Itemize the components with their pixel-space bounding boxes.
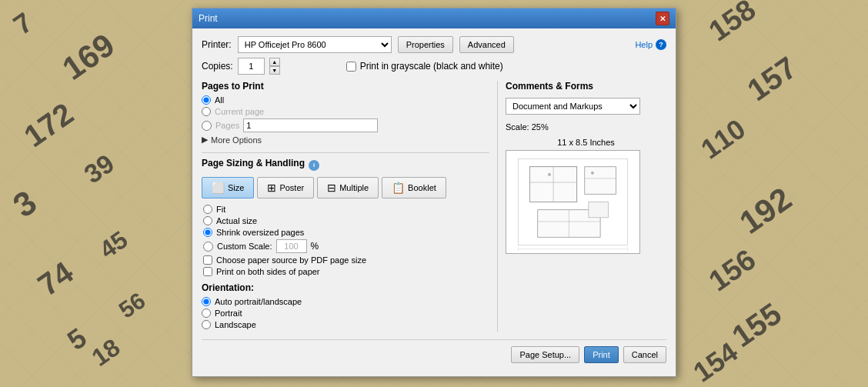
svg-point-12: [548, 173, 551, 176]
pages-current-label: Current page: [215, 107, 264, 116]
both-sides-row: Print on both sides of paper: [203, 267, 489, 276]
pages-current-row: Current page: [202, 107, 489, 116]
right-panel: Comments & Forms Document and MarkupsDoc…: [497, 81, 666, 332]
auto-orientation-radio[interactable]: [202, 297, 211, 306]
copies-up-button[interactable]: ▲: [269, 58, 280, 66]
size-options: Fit Actual size Shrink oversized pages: [203, 205, 489, 276]
svg-rect-6: [585, 167, 616, 195]
comments-forms-title: Comments & Forms: [506, 81, 666, 92]
auto-orientation-row: Auto portrait/landscape: [202, 297, 489, 306]
both-sides-checkbox[interactable]: [203, 267, 212, 276]
scale-label: Scale:: [506, 122, 532, 132]
scale-value: 25%: [532, 122, 549, 132]
shrink-label: Shrink oversized pages: [216, 228, 304, 237]
custom-scale-row: Custom Scale: %: [203, 239, 489, 253]
printer-label: Printer:: [202, 39, 232, 50]
paper-source-row: Choose paper source by PDF page size: [203, 255, 489, 265]
printer-row: Printer: HP Officejet Pro 8600 Propertie…: [202, 36, 666, 53]
pages-text-input[interactable]: [243, 118, 378, 132]
custom-scale-radio[interactable]: [203, 242, 213, 252]
orientation-section: Orientation: Auto portrait/landscape Por…: [202, 282, 489, 329]
printer-select[interactable]: HP Officejet Pro 8600: [238, 36, 392, 53]
advanced-button[interactable]: Advanced: [459, 36, 514, 53]
landscape-row: Landscape: [202, 320, 489, 329]
pages-custom-row: Pages: [202, 118, 489, 132]
copies-spinner: ▲ ▼: [269, 58, 280, 75]
pages-custom-radio[interactable]: [202, 121, 212, 131]
svg-rect-11: [589, 202, 608, 218]
scale-percent: %: [311, 241, 319, 252]
pages-all-row: All: [202, 95, 489, 105]
poster-tab-label: Poster: [279, 183, 304, 192]
page-setup-button[interactable]: Page Setup...: [511, 346, 579, 363]
size-tab-label: Size: [228, 183, 244, 192]
grayscale-checkbox[interactable]: [346, 62, 356, 72]
more-options[interactable]: ▶ More Options: [202, 135, 489, 145]
pages-all-radio[interactable]: [202, 95, 211, 105]
help-area: Help ?: [635, 39, 666, 50]
print-dialog: Print ✕ Printer: HP Officejet Pro 8600 P…: [192, 8, 676, 377]
left-panel: Pages to Print All Current page Pages: [202, 81, 489, 332]
booklet-tab-label: Booklet: [408, 183, 436, 192]
copies-down-button[interactable]: ▼: [269, 66, 280, 75]
size-tab-icon: ⬜: [212, 182, 225, 194]
properties-button[interactable]: Properties: [398, 36, 453, 53]
size-tab[interactable]: ⬜ Size: [202, 177, 254, 199]
fit-label: Fit: [216, 205, 225, 214]
actual-size-label: Actual size: [216, 216, 257, 225]
dialog-title: Print: [199, 13, 218, 24]
landscape-label: Landscape: [215, 320, 256, 329]
orientation-title: Orientation:: [202, 282, 489, 293]
multiple-tab-icon: ⊟: [327, 182, 336, 194]
landscape-radio[interactable]: [202, 320, 211, 329]
fit-radio[interactable]: [203, 205, 212, 214]
page-sizing-info-icon[interactable]: i: [309, 160, 319, 171]
dialog-overlay: Print ✕ Printer: HP Officejet Pro 8600 P…: [0, 0, 868, 387]
paper-source-label: Choose paper source by PDF page size: [216, 255, 366, 265]
actual-size-radio[interactable]: [203, 216, 212, 225]
grayscale-row: Print in grayscale (black and white): [346, 61, 503, 72]
help-icon[interactable]: ?: [656, 39, 666, 50]
dialog-titlebar: Print ✕: [192, 8, 676, 28]
grayscale-label: Print in grayscale (black and white): [360, 61, 503, 72]
svg-point-13: [591, 172, 594, 175]
fit-row: Fit: [203, 205, 489, 214]
scale-display: Scale: 25%: [506, 122, 666, 132]
custom-scale-input[interactable]: [276, 239, 307, 253]
cancel-button[interactable]: Cancel: [623, 346, 666, 363]
preview-size-label: 11 x 8.5 Inches: [506, 138, 666, 147]
pages-to-print-title: Pages to Print: [202, 81, 489, 92]
pages-all-label: All: [215, 95, 224, 105]
pages-to-print-section: Pages to Print All Current page Pages: [202, 81, 489, 145]
booklet-tab[interactable]: 📋 Booklet: [382, 177, 446, 199]
print-button[interactable]: Print: [584, 346, 619, 363]
help-link[interactable]: Help: [635, 40, 653, 49]
preview-svg: [506, 151, 639, 253]
paper-source-checkbox[interactable]: [203, 255, 212, 265]
shrink-row: Shrink oversized pages: [203, 228, 489, 237]
close-button[interactable]: ✕: [656, 12, 669, 25]
both-sides-label: Print on both sides of paper: [216, 267, 320, 276]
poster-tab-icon: ⊞: [267, 182, 276, 194]
bottom-buttons: Page Setup... Print Cancel: [202, 339, 666, 363]
copies-input[interactable]: [238, 58, 265, 75]
copies-label: Copies:: [202, 61, 233, 72]
portrait-label: Portrait: [215, 309, 242, 318]
multiple-tab[interactable]: ⊟ Multiple: [317, 177, 379, 199]
page-sizing-header: Page Sizing & Handling i: [202, 158, 489, 172]
more-options-chevron: ▶: [202, 135, 208, 145]
shrink-radio[interactable]: [203, 228, 212, 237]
poster-tab[interactable]: ⊞ Poster: [257, 177, 314, 199]
main-content: Pages to Print All Current page Pages: [202, 81, 666, 332]
pages-current-radio[interactable]: [202, 107, 211, 116]
preview-area: 11 x 8.5 Inches: [506, 138, 666, 254]
portrait-radio[interactable]: [202, 309, 211, 318]
more-options-label: More Options: [211, 135, 262, 145]
booklet-tab-icon: 📋: [392, 182, 405, 194]
sizing-tabs: ⬜ Size ⊞ Poster ⊟ Multiple: [202, 177, 489, 199]
copies-row: Copies: ▲ ▼ Print in grayscale (black an…: [202, 58, 666, 75]
page-sizing-title: Page Sizing & Handling: [202, 158, 305, 168]
portrait-row: Portrait: [202, 309, 489, 318]
page-sizing-section: Page Sizing & Handling i ⬜ Size ⊞ Pos: [202, 158, 489, 276]
comments-forms-select[interactable]: Document and MarkupsDocumentForm Fields …: [506, 98, 640, 115]
